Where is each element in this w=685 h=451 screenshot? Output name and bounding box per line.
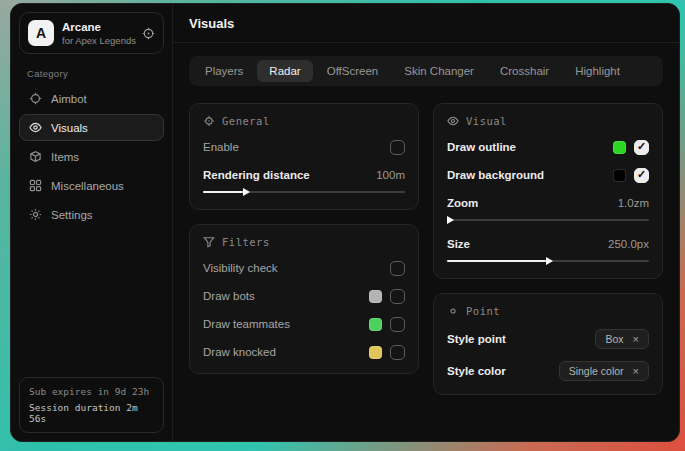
draw-background-label: Draw background [447, 169, 544, 181]
slider-thumb[interactable] [243, 188, 250, 196]
style-color-row: Style color Single color × [447, 361, 649, 381]
rendering-distance-row: Rendering distance 100m [203, 167, 405, 183]
style-point-value: Box [605, 333, 623, 345]
zoom-value: 1.0zm [618, 197, 649, 209]
session-duration: Session duration 2m 56s [29, 402, 154, 424]
sidebar-item-aimbot[interactable]: Aimbot [19, 85, 164, 112]
draw-knocked-checkbox[interactable] [390, 345, 405, 360]
draw-background-color-swatch[interactable] [613, 169, 626, 182]
tab-crosshair[interactable]: Crosshair [488, 60, 561, 82]
tab-skin-changer[interactable]: Skin Changer [392, 60, 486, 82]
general-panel: General Enable Rendering distance 100m [189, 103, 419, 210]
size-row: Size 250.0px [447, 236, 649, 252]
style-point-chip[interactable]: Box × [595, 329, 649, 349]
sidebar-item-visuals[interactable]: Visuals [19, 114, 164, 141]
target-icon[interactable] [142, 27, 155, 40]
box-icon [29, 150, 42, 163]
left-column: General Enable Rendering distance 100m [189, 103, 419, 374]
draw-outline-controls [613, 140, 649, 155]
point-panel: Point Style point Box × Style color [433, 293, 663, 395]
draw-bots-color-swatch[interactable] [369, 290, 382, 303]
draw-knocked-label: Draw knocked [203, 346, 276, 358]
zoom-slider[interactable] [447, 216, 649, 224]
grid-icon [29, 179, 42, 192]
visibility-check-label: Visibility check [203, 262, 278, 274]
right-column: Visual Draw outline Draw background [433, 103, 663, 395]
draw-outline-checkbox[interactable] [634, 140, 649, 155]
draw-outline-row: Draw outline [447, 139, 649, 155]
sidebar-item-items[interactable]: Items [19, 143, 164, 170]
close-icon[interactable]: × [633, 366, 639, 377]
tab-radar[interactable]: Radar [257, 60, 312, 82]
visual-panel-header: Visual [447, 115, 649, 127]
tab-label: Skin Changer [404, 65, 474, 77]
brand-text: Arcane for Apex Legends [62, 21, 134, 46]
sidebar-item-label: Settings [51, 209, 93, 221]
panel-title: Filters [222, 236, 270, 248]
draw-bots-checkbox[interactable] [390, 289, 405, 304]
tab-bar: Players Radar OffScreen Skin Changer Cro… [189, 56, 663, 86]
tab-label: Players [205, 65, 243, 77]
app-window: A Arcane for Apex Legends Category [10, 3, 680, 442]
sidebar-item-label: Aimbot [51, 93, 87, 105]
draw-knocked-color-swatch[interactable] [369, 346, 382, 359]
enable-checkbox[interactable] [390, 140, 405, 155]
panels-grid: General Enable Rendering distance 100m [189, 103, 663, 395]
sidebar-item-miscellaneous[interactable]: Miscellaneous [19, 172, 164, 199]
tab-highlight[interactable]: Highlight [563, 60, 632, 82]
point-panel-header: Point [447, 305, 649, 317]
slider-thumb[interactable] [546, 257, 553, 265]
app-subtitle: for Apex Legends [62, 35, 134, 46]
draw-teammates-controls [369, 317, 405, 332]
general-panel-header: General [203, 115, 405, 127]
draw-teammates-checkbox[interactable] [390, 317, 405, 332]
draw-outline-color-swatch[interactable] [613, 141, 626, 154]
draw-bots-controls [369, 289, 405, 304]
rendering-distance-slider[interactable] [203, 188, 405, 196]
eye-icon [447, 115, 459, 127]
slider-fill [203, 191, 243, 193]
close-icon[interactable]: × [633, 334, 639, 345]
rendering-distance-value: 100m [376, 169, 405, 181]
brand-card: A Arcane for Apex Legends [19, 12, 164, 54]
visibility-check-row: Visibility check [203, 260, 405, 276]
draw-knocked-row: Draw knocked [203, 344, 405, 360]
style-color-chip[interactable]: Single color × [559, 361, 649, 381]
slider-thumb[interactable] [447, 216, 454, 224]
size-value: 250.0px [608, 238, 649, 250]
sidebar-item-label: Miscellaneous [51, 180, 124, 192]
draw-background-checkbox[interactable] [634, 168, 649, 183]
tab-label: Crosshair [500, 65, 549, 77]
funnel-icon [203, 236, 215, 248]
filters-panel: Filters Visibility check Draw bots [189, 224, 419, 374]
panel-title: Visual [466, 115, 507, 127]
enable-row: Enable [203, 139, 405, 155]
slider-fill [447, 260, 546, 262]
style-point-row: Style point Box × [447, 329, 649, 349]
subscription-expiry: Sub expires in 9d 23h [29, 386, 154, 397]
main-area: Visuals Players Radar OffScreen Skin Cha… [173, 4, 679, 441]
style-point-label: Style point [447, 333, 506, 345]
sidebar-item-label: Visuals [51, 122, 88, 134]
size-label: Size [447, 238, 470, 250]
draw-teammates-color-swatch[interactable] [369, 318, 382, 331]
rendering-distance-label: Rendering distance [203, 169, 310, 181]
draw-background-row: Draw background [447, 167, 649, 183]
draw-teammates-row: Draw teammates [203, 316, 405, 332]
panel-title: Point [466, 305, 500, 317]
style-color-label: Style color [447, 365, 506, 377]
app-title: Arcane [62, 21, 134, 33]
visibility-check-checkbox[interactable] [390, 261, 405, 276]
tab-players[interactable]: Players [193, 60, 255, 82]
draw-knocked-controls [369, 345, 405, 360]
tab-offscreen[interactable]: OffScreen [315, 60, 391, 82]
size-slider[interactable] [447, 257, 649, 265]
session-info-card: Sub expires in 9d 23h Session duration 2… [19, 377, 164, 433]
panel-title: General [222, 115, 270, 127]
draw-outline-label: Draw outline [447, 141, 516, 153]
draw-background-controls [613, 168, 649, 183]
scan-icon [203, 115, 215, 127]
sidebar-item-settings[interactable]: Settings [19, 201, 164, 228]
style-color-value: Single color [569, 365, 624, 377]
eye-icon [29, 121, 42, 134]
